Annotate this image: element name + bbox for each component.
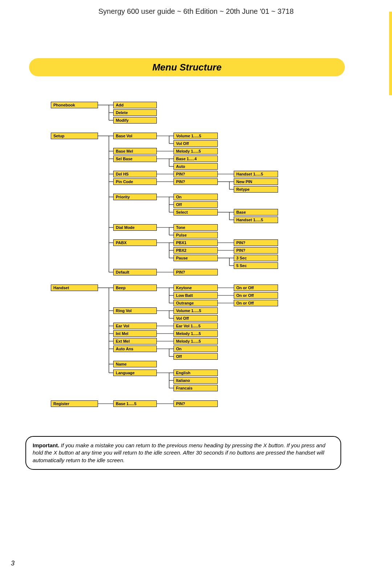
box-pbx1: PBX1	[173, 239, 218, 246]
box-dialmode: Dial Mode	[113, 224, 157, 231]
box-pause: Pause	[173, 255, 218, 261]
box-pin1: PIN?	[173, 171, 218, 177]
box-delete: Delete	[113, 109, 157, 116]
box-earvol15: Ear Vol 1.....5	[173, 323, 218, 329]
box-sec3: 3 Sec	[234, 255, 278, 261]
box-retype: Retype	[234, 186, 278, 193]
box-tone: Tone	[173, 224, 218, 231]
box-add: Add	[113, 102, 157, 108]
box-basevol: Base Vol	[113, 133, 157, 139]
box-setup: Setup	[51, 133, 98, 139]
box-base: Base	[234, 209, 278, 215]
box-pulse: Pulse	[173, 232, 218, 238]
box-pincode: Pin Code	[113, 178, 157, 185]
box-italiano: Italiano	[173, 377, 218, 384]
box-off1: Off	[173, 201, 218, 208]
box-handset15b: Handset 1.....5	[234, 217, 278, 223]
box-intmel: Int Mel	[113, 330, 157, 337]
box-melody15b: Melody 1.....5	[173, 330, 218, 337]
box-pabx: PABX	[113, 239, 157, 246]
box-pbx2: PBX2	[173, 247, 218, 254]
box-onoroff2: On or Off	[234, 292, 278, 299]
box-melody15a: Melody 1.....5	[173, 148, 218, 154]
box-priority: Priority	[113, 194, 157, 200]
box-handset15a: Handset 1.....5	[234, 171, 278, 177]
box-modify: Modify	[113, 117, 157, 124]
box-earvol: Ear Vol	[113, 323, 157, 329]
menu-structure-diagram: Phonebook Setup Handset Register Add Del…	[0, 98, 392, 425]
box-lowbatt: Low Batt	[173, 292, 218, 299]
box-default: Default	[113, 269, 157, 275]
box-autoans: Auto Ans	[113, 346, 157, 352]
box-base15: Base 1.....5	[113, 400, 157, 407]
note-body: If you make a mistake you can return to …	[33, 442, 325, 463]
box-outrange: Outrange	[173, 300, 218, 306]
note-label: Important.	[33, 442, 59, 448]
box-voloff2: Vol Off	[173, 315, 218, 322]
box-name: Name	[113, 361, 157, 367]
box-phonebook: Phonebook	[51, 102, 98, 108]
box-extmel: Ext Mel	[113, 338, 157, 344]
box-newpin: New PIN	[234, 178, 278, 185]
box-voloff: Vol Off	[173, 140, 218, 147]
box-select: Select	[173, 209, 218, 215]
box-english: English	[173, 370, 218, 376]
box-ringvol: Ring Vol	[113, 307, 157, 314]
box-pin5: PIN?	[173, 269, 218, 275]
box-melody15c: Melody 1.....5	[173, 338, 218, 344]
box-pin6: PIN?	[173, 400, 218, 407]
box-keytone: Keytone	[173, 285, 218, 291]
box-base14: Base 1.....4	[173, 156, 218, 162]
page-number: 3	[11, 560, 15, 567]
box-francais: Francais	[173, 385, 218, 391]
box-sec5: 5 Sec	[234, 262, 278, 269]
box-selbase: Sel Base	[113, 156, 157, 162]
title-banner: Menu Structure	[29, 58, 345, 80]
box-onoroff3: On or Off	[234, 300, 278, 306]
box-on1: On	[173, 194, 218, 200]
important-note: Important. If you make a mistake you can…	[25, 436, 341, 470]
box-volume15: Volume 1.....5	[173, 133, 218, 139]
box-pin2: PIN?	[173, 178, 218, 185]
box-onoroff1: On or Off	[234, 285, 278, 291]
title-text: Menu Structure	[152, 62, 222, 73]
box-pin4: PIN?	[234, 247, 278, 254]
box-auto: Auto	[173, 163, 218, 170]
box-pin3: PIN?	[234, 239, 278, 246]
box-delhs: Del HS	[113, 171, 157, 177]
page-header: Synergy 600 user guide ~ 6th Edition ~ 2…	[0, 0, 392, 16]
box-on2: On	[173, 346, 218, 352]
box-off2: Off	[173, 353, 218, 360]
box-basemel: Base Mel	[113, 148, 157, 154]
box-language: Language	[113, 370, 157, 376]
box-handset: Handset	[51, 285, 98, 291]
side-tab	[389, 12, 392, 95]
box-register: Register	[51, 400, 98, 407]
box-beep: Beep	[113, 285, 157, 291]
box-volume15b: Volume 1.....5	[173, 307, 218, 314]
